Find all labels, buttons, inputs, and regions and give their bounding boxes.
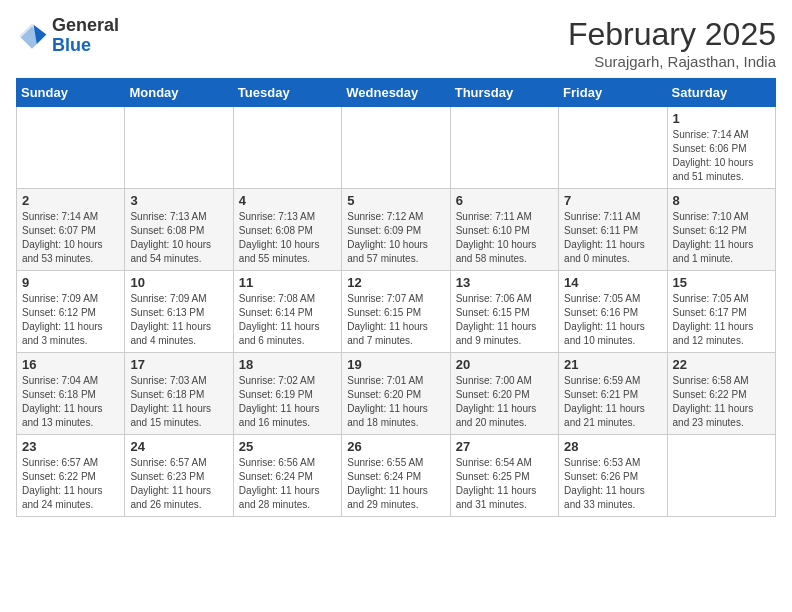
day-number: 15	[673, 275, 770, 290]
day-info: Sunrise: 7:09 AM Sunset: 6:13 PM Dayligh…	[130, 292, 227, 348]
calendar-cell	[667, 435, 775, 517]
day-number: 14	[564, 275, 661, 290]
day-info: Sunrise: 7:10 AM Sunset: 6:12 PM Dayligh…	[673, 210, 770, 266]
day-number: 12	[347, 275, 444, 290]
calendar-cell: 10Sunrise: 7:09 AM Sunset: 6:13 PM Dayli…	[125, 271, 233, 353]
calendar-cell: 13Sunrise: 7:06 AM Sunset: 6:15 PM Dayli…	[450, 271, 558, 353]
day-info: Sunrise: 7:07 AM Sunset: 6:15 PM Dayligh…	[347, 292, 444, 348]
day-number: 3	[130, 193, 227, 208]
day-info: Sunrise: 6:53 AM Sunset: 6:26 PM Dayligh…	[564, 456, 661, 512]
calendar-cell	[233, 107, 341, 189]
logo-general: General	[52, 15, 119, 35]
day-info: Sunrise: 7:14 AM Sunset: 6:07 PM Dayligh…	[22, 210, 119, 266]
calendar-cell: 26Sunrise: 6:55 AM Sunset: 6:24 PM Dayli…	[342, 435, 450, 517]
title-block: February 2025 Surajgarh, Rajasthan, Indi…	[568, 16, 776, 70]
calendar-week-3: 9Sunrise: 7:09 AM Sunset: 6:12 PM Daylig…	[17, 271, 776, 353]
day-number: 26	[347, 439, 444, 454]
day-number: 27	[456, 439, 553, 454]
calendar-cell	[559, 107, 667, 189]
weekday-header-saturday: Saturday	[667, 79, 775, 107]
calendar-cell: 17Sunrise: 7:03 AM Sunset: 6:18 PM Dayli…	[125, 353, 233, 435]
day-info: Sunrise: 7:11 AM Sunset: 6:10 PM Dayligh…	[456, 210, 553, 266]
calendar-cell: 22Sunrise: 6:58 AM Sunset: 6:22 PM Dayli…	[667, 353, 775, 435]
calendar-cell: 4Sunrise: 7:13 AM Sunset: 6:08 PM Daylig…	[233, 189, 341, 271]
day-number: 4	[239, 193, 336, 208]
calendar-cell: 6Sunrise: 7:11 AM Sunset: 6:10 PM Daylig…	[450, 189, 558, 271]
weekday-header-tuesday: Tuesday	[233, 79, 341, 107]
day-info: Sunrise: 6:55 AM Sunset: 6:24 PM Dayligh…	[347, 456, 444, 512]
day-info: Sunrise: 7:08 AM Sunset: 6:14 PM Dayligh…	[239, 292, 336, 348]
day-number: 18	[239, 357, 336, 372]
day-info: Sunrise: 6:57 AM Sunset: 6:22 PM Dayligh…	[22, 456, 119, 512]
page-header: General Blue February 2025 Surajgarh, Ra…	[16, 16, 776, 70]
day-number: 20	[456, 357, 553, 372]
calendar-cell: 3Sunrise: 7:13 AM Sunset: 6:08 PM Daylig…	[125, 189, 233, 271]
calendar-cell: 20Sunrise: 7:00 AM Sunset: 6:20 PM Dayli…	[450, 353, 558, 435]
day-info: Sunrise: 6:58 AM Sunset: 6:22 PM Dayligh…	[673, 374, 770, 430]
day-number: 24	[130, 439, 227, 454]
logo: General Blue	[16, 16, 119, 56]
day-number: 6	[456, 193, 553, 208]
calendar-cell: 7Sunrise: 7:11 AM Sunset: 6:11 PM Daylig…	[559, 189, 667, 271]
calendar-cell: 16Sunrise: 7:04 AM Sunset: 6:18 PM Dayli…	[17, 353, 125, 435]
day-number: 13	[456, 275, 553, 290]
day-info: Sunrise: 6:57 AM Sunset: 6:23 PM Dayligh…	[130, 456, 227, 512]
day-number: 28	[564, 439, 661, 454]
day-info: Sunrise: 7:13 AM Sunset: 6:08 PM Dayligh…	[130, 210, 227, 266]
calendar-week-1: 1Sunrise: 7:14 AM Sunset: 6:06 PM Daylig…	[17, 107, 776, 189]
calendar-cell: 15Sunrise: 7:05 AM Sunset: 6:17 PM Dayli…	[667, 271, 775, 353]
calendar-cell: 23Sunrise: 6:57 AM Sunset: 6:22 PM Dayli…	[17, 435, 125, 517]
calendar-week-2: 2Sunrise: 7:14 AM Sunset: 6:07 PM Daylig…	[17, 189, 776, 271]
day-info: Sunrise: 7:06 AM Sunset: 6:15 PM Dayligh…	[456, 292, 553, 348]
calendar-cell: 5Sunrise: 7:12 AM Sunset: 6:09 PM Daylig…	[342, 189, 450, 271]
day-number: 23	[22, 439, 119, 454]
calendar-cell: 12Sunrise: 7:07 AM Sunset: 6:15 PM Dayli…	[342, 271, 450, 353]
calendar-cell: 8Sunrise: 7:10 AM Sunset: 6:12 PM Daylig…	[667, 189, 775, 271]
calendar-cell: 28Sunrise: 6:53 AM Sunset: 6:26 PM Dayli…	[559, 435, 667, 517]
day-info: Sunrise: 6:56 AM Sunset: 6:24 PM Dayligh…	[239, 456, 336, 512]
location-subtitle: Surajgarh, Rajasthan, India	[568, 53, 776, 70]
logo-blue: Blue	[52, 35, 91, 55]
day-info: Sunrise: 7:09 AM Sunset: 6:12 PM Dayligh…	[22, 292, 119, 348]
day-number: 7	[564, 193, 661, 208]
logo-icon	[16, 20, 48, 52]
weekday-header-monday: Monday	[125, 79, 233, 107]
calendar-week-5: 23Sunrise: 6:57 AM Sunset: 6:22 PM Dayli…	[17, 435, 776, 517]
calendar-cell	[450, 107, 558, 189]
day-info: Sunrise: 7:12 AM Sunset: 6:09 PM Dayligh…	[347, 210, 444, 266]
logo-text: General Blue	[52, 16, 119, 56]
day-number: 5	[347, 193, 444, 208]
day-info: Sunrise: 7:02 AM Sunset: 6:19 PM Dayligh…	[239, 374, 336, 430]
calendar-cell: 2Sunrise: 7:14 AM Sunset: 6:07 PM Daylig…	[17, 189, 125, 271]
day-info: Sunrise: 7:05 AM Sunset: 6:16 PM Dayligh…	[564, 292, 661, 348]
day-number: 16	[22, 357, 119, 372]
month-title: February 2025	[568, 16, 776, 53]
day-info: Sunrise: 7:00 AM Sunset: 6:20 PM Dayligh…	[456, 374, 553, 430]
calendar-cell: 21Sunrise: 6:59 AM Sunset: 6:21 PM Dayli…	[559, 353, 667, 435]
weekday-header-sunday: Sunday	[17, 79, 125, 107]
day-number: 19	[347, 357, 444, 372]
day-number: 21	[564, 357, 661, 372]
calendar-cell	[125, 107, 233, 189]
day-number: 17	[130, 357, 227, 372]
day-info: Sunrise: 7:04 AM Sunset: 6:18 PM Dayligh…	[22, 374, 119, 430]
calendar-cell: 14Sunrise: 7:05 AM Sunset: 6:16 PM Dayli…	[559, 271, 667, 353]
calendar-cell: 1Sunrise: 7:14 AM Sunset: 6:06 PM Daylig…	[667, 107, 775, 189]
weekday-header-wednesday: Wednesday	[342, 79, 450, 107]
day-info: Sunrise: 7:11 AM Sunset: 6:11 PM Dayligh…	[564, 210, 661, 266]
calendar-cell: 19Sunrise: 7:01 AM Sunset: 6:20 PM Dayli…	[342, 353, 450, 435]
calendar-week-4: 16Sunrise: 7:04 AM Sunset: 6:18 PM Dayli…	[17, 353, 776, 435]
calendar-cell	[17, 107, 125, 189]
weekday-header-friday: Friday	[559, 79, 667, 107]
calendar-cell: 18Sunrise: 7:02 AM Sunset: 6:19 PM Dayli…	[233, 353, 341, 435]
day-number: 1	[673, 111, 770, 126]
calendar-cell: 24Sunrise: 6:57 AM Sunset: 6:23 PM Dayli…	[125, 435, 233, 517]
weekday-header-row: SundayMondayTuesdayWednesdayThursdayFrid…	[17, 79, 776, 107]
calendar-cell: 27Sunrise: 6:54 AM Sunset: 6:25 PM Dayli…	[450, 435, 558, 517]
day-number: 8	[673, 193, 770, 208]
day-number: 22	[673, 357, 770, 372]
calendar-cell	[342, 107, 450, 189]
calendar-cell: 25Sunrise: 6:56 AM Sunset: 6:24 PM Dayli…	[233, 435, 341, 517]
day-info: Sunrise: 6:59 AM Sunset: 6:21 PM Dayligh…	[564, 374, 661, 430]
day-info: Sunrise: 6:54 AM Sunset: 6:25 PM Dayligh…	[456, 456, 553, 512]
